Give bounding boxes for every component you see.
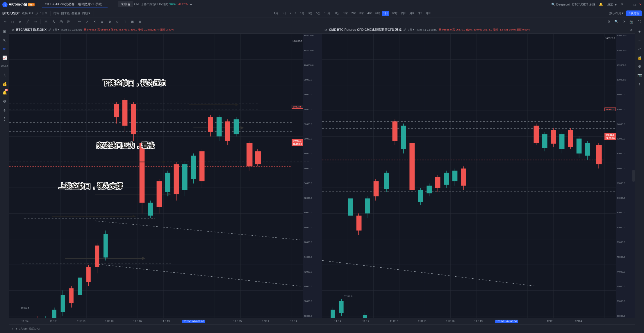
tool-brush[interactable]: ◇ — [114, 19, 120, 25]
right-zoom-in[interactable]: + — [636, 27, 644, 35]
interval-12h[interactable]: 12时 — [390, 11, 399, 16]
date-nov16: 11月16 — [133, 319, 142, 323]
chart2-resize-handle[interactable] — [632, 170, 635, 182]
interval-2[interactable]: 2 — [288, 11, 293, 15]
tool-delete[interactable]: 🗑 — [137, 19, 143, 25]
tool-cross[interactable]: ✕ — [91, 19, 98, 25]
window-close[interactable]: ✕ — [639, 3, 642, 6]
tool-line[interactable]: ╱ — [24, 19, 31, 25]
interval-5[interactable]: 5分 — [315, 11, 322, 16]
interval-season[interactable]: 季K — [416, 11, 424, 16]
tool-main[interactable]: 主 — [43, 19, 49, 25]
right-screenshot[interactable]: 📷 — [636, 71, 644, 79]
tab-add[interactable]: + — [189, 2, 193, 7]
tool-arrow[interactable]: ↗ — [84, 19, 90, 25]
symbol1-name[interactable]: BTC/USDT — [2, 11, 20, 15]
nav-overlay[interactable]: 叠复量 — [72, 11, 80, 15]
interval-2h[interactable]: 2时 — [350, 11, 357, 16]
price-74000: 74000.0 — [304, 256, 321, 258]
sidebar-layout[interactable]: ⊞ — [1, 27, 9, 35]
chart1-canvas[interactable]: 104000.0 102000.0 100000.0 98000.0 96000… — [9, 34, 322, 318]
symbol1-interval[interactable]: 1日▼ — [40, 11, 47, 15]
svg-rect-178 — [585, 143, 590, 156]
tool-settings[interactable]: ⚙ — [606, 19, 612, 25]
tool-zoom-in[interactable]: 🔍 — [613, 19, 620, 25]
interval-1h[interactable]: 1时 — [342, 11, 349, 16]
sidebar-cursor[interactable]: ↖ — [1, 36, 9, 44]
right-expand[interactable]: ⛶ — [636, 88, 644, 96]
interval-1[interactable]: 1 — [293, 11, 298, 15]
tool-ma[interactable]: 均 — [58, 19, 64, 25]
right-settings[interactable]: ⚙ — [636, 62, 644, 70]
date-dec1: 12月1 — [262, 319, 269, 323]
sidebar-more[interactable]: ⋮ — [1, 114, 9, 123]
sidebar-indicator[interactable]: 📈 — [1, 53, 9, 62]
right-reset[interactable]: ⤢ — [636, 45, 644, 53]
tool-sub[interactable]: 副 — [65, 19, 72, 25]
sidebar-alert[interactable]: 🔔 96 — [1, 88, 9, 96]
chart2-ohlc: 开 98555.0 高 96670.0 低 97760.0 收 98175.0 … — [439, 28, 530, 32]
interval-6h[interactable]: 6时 — [374, 11, 381, 16]
svg-rect-64 — [140, 143, 145, 203]
interval-4h[interactable]: 4时 — [366, 11, 373, 16]
right-share[interactable]: ↑ — [636, 80, 644, 88]
interval-3[interactable]: 3分 — [306, 11, 314, 16]
currency-selector[interactable]: USD ▼ — [606, 3, 617, 6]
mail-icon[interactable]: ✉ — [621, 3, 623, 6]
default-layout[interactable]: 默认布局▼ — [609, 11, 624, 15]
sidebar-strategy[interactable]: ⚙ — [1, 97, 9, 105]
tool-large[interactable]: 大 — [50, 19, 57, 25]
chart1-edit[interactable]: 🖊 — [48, 28, 51, 31]
symbol1-edit[interactable]: 🖊 — [35, 12, 38, 15]
sidebar-grid[interactable]: ⊹ — [1, 106, 9, 114]
deepcoin-search[interactable]: 🔍 Deepscoin BTC/USDT 承继 — [551, 2, 595, 7]
tool-fib[interactable]: ≡ — [99, 19, 105, 25]
nav-period[interactable]: 周期▼ — [82, 11, 91, 15]
tool-sync[interactable]: ⟳ — [621, 19, 627, 25]
tool-filter[interactable]: ⊞ — [129, 19, 135, 25]
tool-cursor[interactable]: ⊹ — [2, 19, 8, 25]
interval-1d[interactable]: 1日 — [382, 11, 390, 16]
tool-box[interactable]: □ — [9, 19, 16, 25]
tool-pen[interactable]: ✏ — [76, 19, 83, 25]
price2-98000: 98000.0 — [617, 93, 634, 96]
interval-week[interactable]: 周K — [399, 11, 407, 16]
bell-icon[interactable]: 🔔 — [599, 3, 603, 6]
svg-rect-162 — [452, 171, 458, 181]
interval-1s[interactable]: 1分 — [299, 11, 306, 16]
nav-indicators[interactable]: 指标 — [53, 11, 59, 15]
chart2-edit[interactable]: 🖊 — [403, 28, 406, 31]
interval-30[interactable]: 30分 — [332, 11, 341, 16]
right-zoom-out[interactable]: − — [636, 36, 644, 44]
tool-expand[interactable]: ⛶ — [636, 19, 642, 25]
svg-rect-46 — [61, 295, 65, 312]
k-analysis-button[interactable]: K线分析 — [626, 10, 642, 16]
tool-erase[interactable]: ◻ — [122, 19, 128, 25]
tool-more-draw[interactable]: ••• — [32, 19, 38, 25]
sidebar-asset[interactable]: 💰 — [1, 80, 9, 88]
sidebar-draw[interactable]: ✏ — [1, 45, 9, 53]
interval-month[interactable]: 月K — [408, 11, 416, 16]
tool-measure[interactable]: ⊕ — [106, 19, 113, 25]
interval-3h[interactable]: 3时 — [358, 11, 365, 16]
window-maximize[interactable]: □ — [634, 3, 636, 6]
window-minimize[interactable]: — — [627, 3, 630, 6]
price-86000: 86000.0 — [304, 167, 321, 170]
tool-text[interactable]: A — [17, 19, 23, 25]
sidebar-watchlist[interactable]: ☆ — [1, 71, 9, 79]
svg-rect-184 — [363, 315, 367, 318]
interval-year[interactable]: 年K — [424, 11, 432, 16]
interval-3d[interactable]: 3日 — [280, 11, 288, 16]
interval-15[interactable]: 15分 — [323, 11, 332, 16]
price2-74000: 74000.0 — [617, 271, 634, 273]
tool-screenshot[interactable]: 📷 — [628, 19, 635, 25]
nav-groups[interactable]: 团季级 — [61, 11, 70, 15]
right-lock[interactable]: 🔒 — [636, 53, 644, 62]
chart2-canvas[interactable]: 106000.0 104000.0 102000.0 100000.0 9800… — [322, 34, 635, 318]
price2-96000: 96000.0 — [617, 108, 634, 111]
svg-rect-70 — [165, 173, 170, 192]
tab-okx[interactable]: OKX & AiCoin交易赛，顺时提升VIP手续... — [42, 1, 107, 8]
tab-unnamed[interactable]: 未命名 — [118, 1, 133, 7]
sidebar-web3[interactable]: Web3 — [1, 62, 9, 70]
interval-1m[interactable]: 1分 — [272, 11, 280, 16]
